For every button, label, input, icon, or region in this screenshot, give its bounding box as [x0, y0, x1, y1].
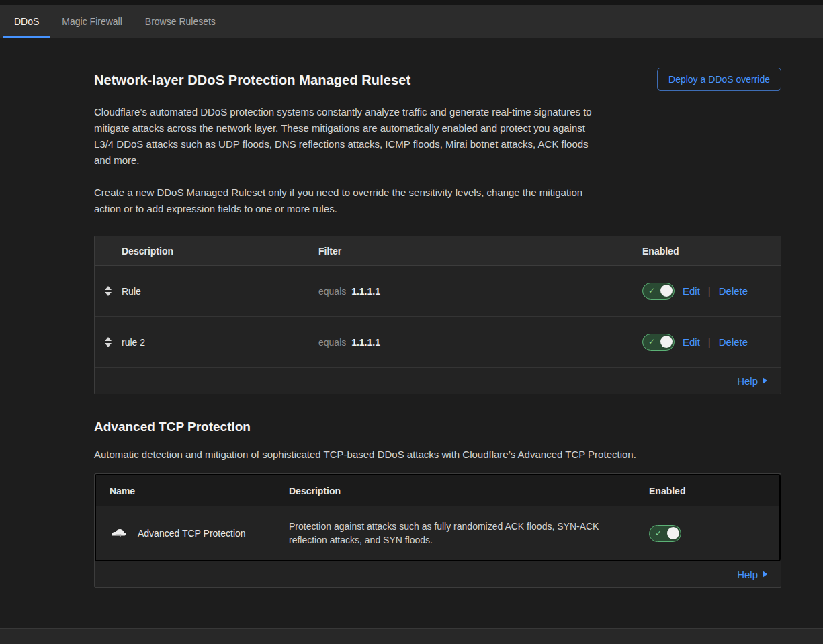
- action-separator: |: [708, 336, 711, 348]
- help-link[interactable]: Help: [737, 569, 767, 580]
- tab-ddos[interactable]: DDoS: [3, 5, 50, 38]
- column-header-name: Name: [110, 486, 289, 496]
- enabled-toggle[interactable]: ✓: [649, 525, 681, 542]
- help-label: Help: [737, 569, 758, 580]
- delete-link[interactable]: Delete: [719, 285, 748, 297]
- rule-enabled-cell: ✓ Edit | Delete: [642, 283, 781, 300]
- advanced-tcp-table-header: Name Description Enabled: [96, 475, 779, 506]
- feature-description: Protection against attacks such as fully…: [289, 520, 649, 547]
- rule-filter: equals 1.1.1.1: [318, 337, 642, 348]
- feature-enabled-cell: ✓: [649, 525, 779, 542]
- column-header-description: Description: [289, 486, 649, 496]
- bottom-bar: [0, 628, 823, 644]
- enabled-toggle[interactable]: ✓: [642, 283, 675, 300]
- check-icon: ✓: [655, 528, 662, 538]
- feature-name-cell: Advanced TCP Protection: [110, 527, 289, 539]
- deploy-ddos-override-button[interactable]: Deploy a DDoS override: [657, 68, 781, 91]
- filter-operator: equals: [318, 286, 346, 297]
- enabled-toggle[interactable]: ✓: [642, 334, 675, 351]
- column-header-enabled: Enabled: [649, 486, 779, 496]
- advanced-tcp-description: Automatic detection and mitigation of so…: [94, 447, 739, 463]
- delete-link[interactable]: Delete: [719, 336, 748, 348]
- advanced-tcp-table-inner: Name Description Enabled Advanced TCP Pr…: [95, 474, 781, 561]
- help-arrow-icon: [763, 571, 767, 578]
- rule-filter: equals 1.1.1.1: [318, 286, 642, 297]
- drag-handle[interactable]: [95, 283, 122, 299]
- main-content: Network-layer DDoS Protection Managed Ru…: [0, 38, 823, 588]
- table-row: rule 2 equals 1.1.1.1 ✓ Edit | Delete: [95, 317, 781, 368]
- column-header-filter: Filter: [318, 246, 642, 257]
- managed-ruleset-header: Network-layer DDoS Protection Managed Ru…: [94, 68, 781, 91]
- edit-link[interactable]: Edit: [683, 285, 700, 297]
- table-row: Advanced TCP Protection Protection again…: [96, 506, 779, 560]
- tab-bar: DDoS Magic Firewall Browse Rulesets: [0, 5, 823, 38]
- reorder-icon: [102, 334, 114, 350]
- managed-ruleset-description-2: Create a new DDoS Managed Ruleset only i…: [94, 185, 593, 217]
- filter-operator: equals: [318, 337, 346, 348]
- filter-value: 1.1.1.1: [351, 337, 380, 348]
- toggle-knob: [660, 285, 673, 297]
- feature-name: Advanced TCP Protection: [138, 528, 246, 539]
- managed-ruleset-description-1: Cloudflare’s automated DDoS protection s…: [94, 104, 593, 169]
- edit-link[interactable]: Edit: [683, 336, 700, 348]
- tab-ddos-label: DDoS: [14, 16, 39, 27]
- action-separator: |: [708, 285, 711, 297]
- check-icon: ✓: [648, 337, 655, 347]
- toggle-knob: [667, 527, 679, 539]
- tab-magic-firewall-label: Magic Firewall: [62, 16, 122, 27]
- tab-magic-firewall[interactable]: Magic Firewall: [50, 5, 133, 38]
- tab-browse-rulesets-label: Browse Rulesets: [145, 16, 216, 27]
- tab-browse-rulesets[interactable]: Browse Rulesets: [134, 5, 227, 38]
- column-header-description: Description: [95, 246, 318, 257]
- rule-description: rule 2: [122, 337, 318, 348]
- check-icon: ✓: [648, 286, 655, 295]
- rule-description: Rule: [122, 286, 318, 297]
- reorder-icon: [102, 283, 114, 299]
- advanced-tcp-table-footer: Help: [95, 561, 781, 587]
- help-arrow-icon: [763, 377, 767, 384]
- toggle-knob: [660, 336, 673, 348]
- managed-ruleset-table-footer: Help: [95, 368, 781, 394]
- rule-enabled-cell: ✓ Edit | Delete: [642, 334, 781, 351]
- table-row: Rule equals 1.1.1.1 ✓ Edit | Delete: [95, 266, 781, 317]
- managed-ruleset-table: Description Filter Enabled Rule equals 1…: [94, 236, 781, 394]
- cloudflare-cloud-icon: [110, 527, 128, 539]
- advanced-tcp-title: Advanced TCP Protection: [94, 420, 781, 434]
- column-header-enabled: Enabled: [642, 246, 781, 257]
- help-link[interactable]: Help: [737, 375, 767, 387]
- managed-ruleset-table-header: Description Filter Enabled: [95, 236, 781, 266]
- advanced-tcp-table: Name Description Enabled Advanced TCP Pr…: [94, 473, 781, 588]
- page-title: Network-layer DDoS Protection Managed Ru…: [94, 68, 410, 88]
- top-strip: [0, 0, 823, 5]
- help-label: Help: [737, 375, 758, 387]
- drag-handle[interactable]: [95, 334, 122, 350]
- filter-value: 1.1.1.1: [351, 286, 380, 297]
